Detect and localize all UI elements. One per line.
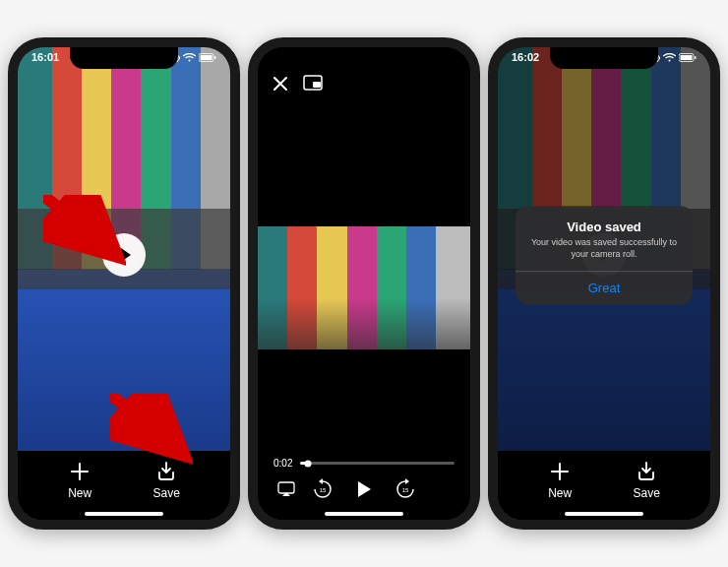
home-indicator[interactable]: [325, 512, 403, 516]
save-button[interactable]: Save: [633, 461, 659, 500]
new-button[interactable]: New: [68, 461, 91, 500]
player-top-bar: [258, 75, 470, 96]
plus-icon: [69, 461, 91, 482]
phone-screenshot-1: 16:01 New Save: [8, 37, 240, 530]
dialog-message: Your video was saved successfully to you…: [525, 238, 683, 261]
new-label: New: [548, 486, 572, 500]
save-label: Save: [633, 486, 659, 500]
play-button[interactable]: [102, 233, 146, 277]
play-icon: [118, 247, 134, 263]
save-button[interactable]: Save: [152, 461, 179, 500]
skip-forward-15-icon: 15: [394, 478, 416, 500]
notch: [550, 47, 658, 69]
phone-screenshot-2: 0:02 15 15: [248, 37, 480, 530]
notch: [70, 47, 178, 69]
transport-controls: 15 15: [273, 478, 455, 504]
airplay-button[interactable]: [277, 481, 295, 501]
svg-rect-6: [278, 482, 294, 493]
svg-rect-11: [681, 55, 693, 60]
download-icon: [155, 461, 177, 482]
svg-point-9: [669, 59, 671, 61]
download-icon: [636, 461, 657, 482]
new-label: New: [68, 486, 91, 500]
home-indicator[interactable]: [85, 512, 163, 516]
wifi-icon: [663, 53, 676, 62]
pip-button[interactable]: [303, 75, 323, 96]
notch: [310, 47, 418, 69]
dialog-title: Video saved: [525, 220, 683, 235]
player-controls: 0:02 15 15: [258, 458, 470, 504]
wifi-icon: [183, 53, 196, 62]
dialog-confirm-button[interactable]: Great: [516, 271, 693, 304]
play-pause-button[interactable]: [355, 480, 373, 502]
pip-icon: [303, 75, 323, 91]
airplay-icon: [277, 481, 295, 497]
svg-text:15: 15: [320, 487, 327, 493]
svg-rect-5: [313, 82, 321, 88]
svg-rect-2: [201, 55, 212, 60]
home-indicator[interactable]: [565, 512, 643, 516]
play-icon: [355, 480, 373, 498]
svg-rect-12: [695, 56, 697, 59]
video-frame[interactable]: [258, 226, 470, 349]
svg-rect-3: [214, 56, 216, 59]
scrubber-time: 0:02: [273, 458, 292, 469]
plus-icon: [549, 461, 571, 482]
skip-back-15-icon: 15: [312, 478, 334, 500]
close-button[interactable]: [272, 75, 289, 96]
svg-point-0: [189, 59, 191, 61]
save-label: Save: [152, 486, 179, 500]
bottom-toolbar: New Save: [498, 451, 710, 520]
status-time: 16:01: [31, 51, 59, 63]
battery-icon: [679, 53, 697, 62]
scrubber-track[interactable]: [300, 462, 455, 465]
status-time: 16:02: [512, 51, 539, 63]
skip-back-button[interactable]: 15: [312, 478, 334, 504]
close-icon: [272, 75, 289, 93]
bottom-toolbar: New Save: [18, 451, 230, 520]
scrubber[interactable]: 0:02: [273, 458, 455, 469]
new-button[interactable]: New: [548, 461, 572, 500]
skip-forward-button[interactable]: 15: [394, 478, 416, 504]
video-saved-dialog: Video saved Your video was saved success…: [516, 207, 693, 304]
svg-text:15: 15: [402, 487, 409, 493]
phone-screenshot-3: 16:02 Video saved Your video was saved s…: [488, 37, 720, 530]
battery-icon: [199, 53, 216, 62]
